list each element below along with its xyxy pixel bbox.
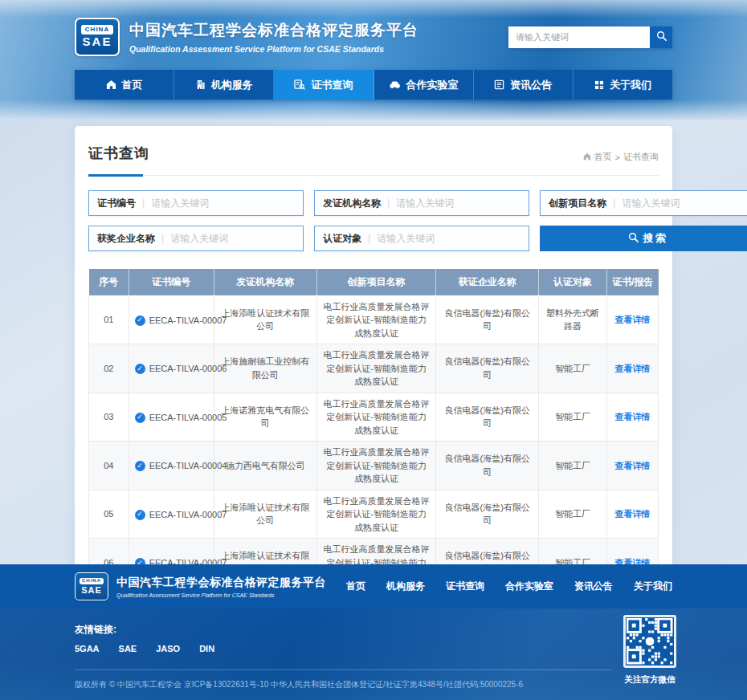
certificate-report-cell: 查看详情 xyxy=(607,393,659,442)
header-search-input[interactable] xyxy=(508,26,650,48)
main-nav: 首页 机构服务 证书查询 合作实验室 资讯公告 关于我们 xyxy=(75,70,672,100)
header-search-button[interactable] xyxy=(650,26,672,48)
company-name-cell: 良信电器(海盐)有限公司 xyxy=(436,490,539,539)
breadcrumb-separator: > xyxy=(615,153,620,162)
company-name-cell: 良信电器(海盐)有限公司 xyxy=(436,393,539,442)
col-certificate-report: 证书/报告 xyxy=(607,269,659,295)
title-accent-bar xyxy=(88,174,143,177)
certification-object-input[interactable] xyxy=(377,233,520,244)
site-subtitle: Qualification Assessment Service Platfor… xyxy=(129,44,418,54)
certificate-search-form: 证书编号| 发证机构名称| 创新项目名称| 获奖企业名称| 认证对象| 搜索 xyxy=(88,190,659,251)
field-awarded-company: 获奖企业名称| xyxy=(88,226,304,251)
table-row: 05✓EECA-TILVA-00007上海添唯认证技术有限公司电工行业高质量发展… xyxy=(89,490,659,539)
building-icon xyxy=(195,79,206,90)
view-detail-link[interactable]: 查看详情 xyxy=(615,315,651,324)
certificate-number-text: EECA-TILVA-00007 xyxy=(149,314,227,328)
company-name-cell: 良信电器(海盐)有限公司 xyxy=(436,295,539,344)
csae-logo: CHINA SAE xyxy=(75,18,120,56)
certificate-number-cell: ✓EECA-TILVA-00007 xyxy=(129,295,214,344)
table-row: 03✓EECA-TILVA-00005上海诺雅克电气有限公司电工行业高质量发展合… xyxy=(89,393,659,442)
footer-site-subtitle: Qualification Assessment Service Platfor… xyxy=(116,592,326,598)
nav-item-news[interactable]: 资讯公告 xyxy=(474,70,574,100)
news-icon xyxy=(494,79,504,90)
csae-logo-footer: CHINA SAE xyxy=(75,572,108,600)
issuer-name-input[interactable] xyxy=(396,197,520,209)
issuer-name-cell: 上海诺雅克电气有限公司 xyxy=(214,393,316,442)
content-card: 证书查询 首页 > 证书查询 证书编号| 发证机构名称| 创新项目名称| 获奖企… xyxy=(75,126,672,620)
footer-nav-link[interactable]: 首页 xyxy=(346,580,365,593)
nav-item-labs[interactable]: 合作实验室 xyxy=(374,70,474,100)
check-badge-icon: ✓ xyxy=(135,364,145,374)
copyright-text: 版权所有 © 中国汽车工程学会 京ICP备13022631号-10 中华人民共和… xyxy=(75,679,523,690)
footer-nav: 首页机构服务证书查询合作实验室资讯公告关于我们 xyxy=(346,580,672,593)
field-label: 认证对象 xyxy=(323,232,361,246)
view-detail-link[interactable]: 查看详情 xyxy=(615,509,651,519)
check-badge-icon: ✓ xyxy=(135,413,145,423)
footer-nav-link[interactable]: 证书查询 xyxy=(446,580,484,593)
certificate-number-input[interactable] xyxy=(151,197,295,209)
table-row: 01✓EECA-TILVA-00007上海添唯认证技术有限公司电工行业高质量发展… xyxy=(89,295,659,344)
certificate-number-text: EECA-TILVA-00006 xyxy=(149,362,227,376)
field-issuer-name: 发证机构名称| xyxy=(314,190,529,216)
nav-label: 关于我们 xyxy=(610,78,651,92)
issuer-name-cell: 上海施耐德工业控制有限公司 xyxy=(214,344,316,393)
project-name-input[interactable] xyxy=(622,197,746,209)
project-name-cell: 电工行业高质量发展合格评定创新认证-智能制造能力成熟度认证 xyxy=(316,344,436,393)
footer-nav-link[interactable]: 合作实验室 xyxy=(505,580,553,593)
certificate-report-cell: 查看详情 xyxy=(607,490,659,539)
friend-link[interactable]: SAE xyxy=(119,644,137,653)
field-project-name: 创新项目名称| xyxy=(540,190,747,216)
footer-divider xyxy=(75,669,611,670)
nav-label: 资讯公告 xyxy=(510,78,552,92)
friend-link[interactable]: DIN xyxy=(199,644,214,653)
car-icon xyxy=(389,79,401,90)
issuer-name-cell: 德力西电气有限公司 xyxy=(214,442,316,490)
company-name-cell: 良信电器(海盐)有限公司 xyxy=(436,344,539,393)
certification-object-cell: 智能工厂 xyxy=(539,442,607,490)
view-detail-link[interactable]: 查看详情 xyxy=(615,364,651,373)
col-certification-object: 认证对象 xyxy=(539,269,607,295)
row-index: 03 xyxy=(89,393,129,442)
row-index: 05 xyxy=(89,490,129,539)
breadcrumb-home-link[interactable]: 首页 xyxy=(594,151,612,163)
certification-object-cell: 智能工厂 xyxy=(539,490,607,539)
footer-site-title: 中国汽车工程学会标准合格评定服务平台 xyxy=(116,576,326,590)
page-footer: CHINA SAE 中国汽车工程学会标准合格评定服务平台 Qualificati… xyxy=(0,564,747,700)
col-issuer-name: 发证机构名称 xyxy=(214,269,316,295)
check-badge-icon: ✓ xyxy=(135,315,145,326)
view-detail-link[interactable]: 查看详情 xyxy=(615,412,651,421)
table-row: 02✓EECA-TILVA-00006上海施耐德工业控制有限公司电工行业高质量发… xyxy=(89,344,659,393)
certificate-number-cell: ✓EECA-TILVA-00007 xyxy=(129,490,214,539)
logo-sae-text: SAE xyxy=(83,35,112,49)
issuer-name-cell: 上海添唯认证技术有限公司 xyxy=(214,490,316,539)
search-icon xyxy=(656,31,667,43)
awarded-company-input[interactable] xyxy=(170,233,295,244)
footer-nav-link[interactable]: 资讯公告 xyxy=(574,580,613,593)
check-badge-icon: ✓ xyxy=(135,510,145,520)
search-button-label: 搜索 xyxy=(643,231,667,246)
page-title: 证书查询 xyxy=(88,144,149,163)
project-name-cell: 电工行业高质量发展合格评定创新认证-智能制造能力成熟度认证 xyxy=(316,490,436,539)
logo-sae-text: SAE xyxy=(81,585,102,595)
search-submit-button[interactable]: 搜索 xyxy=(540,226,747,251)
company-name-cell: 良信电器(海盐)有限公司 xyxy=(436,442,539,490)
certificate-search-icon xyxy=(294,79,305,90)
certification-object-cell: 塑料外壳式断路器 xyxy=(539,295,607,344)
friend-link[interactable]: 5GAA xyxy=(75,644,100,653)
certificate-report-cell: 查看详情 xyxy=(607,442,659,490)
nav-label: 首页 xyxy=(122,78,143,92)
nav-item-home[interactable]: 首页 xyxy=(75,70,174,100)
nav-item-about[interactable]: 关于我们 xyxy=(574,70,672,100)
friend-link[interactable]: JASO xyxy=(156,644,180,653)
nav-item-services[interactable]: 机构服务 xyxy=(174,70,274,100)
search-icon xyxy=(628,232,639,245)
breadcrumb-current: 证书查询 xyxy=(623,151,659,163)
footer-nav-link[interactable]: 机构服务 xyxy=(386,580,425,593)
certificate-report-cell: 查看详情 xyxy=(607,295,659,344)
certificate-number-text: EECA-TILVA-00004 xyxy=(149,459,227,473)
col-index: 序号 xyxy=(89,269,129,295)
footer-nav-link[interactable]: 关于我们 xyxy=(634,580,672,593)
nav-item-certificate-query[interactable]: 证书查询 xyxy=(274,70,374,100)
grid-icon xyxy=(594,80,604,90)
view-detail-link[interactable]: 查看详情 xyxy=(615,461,651,470)
